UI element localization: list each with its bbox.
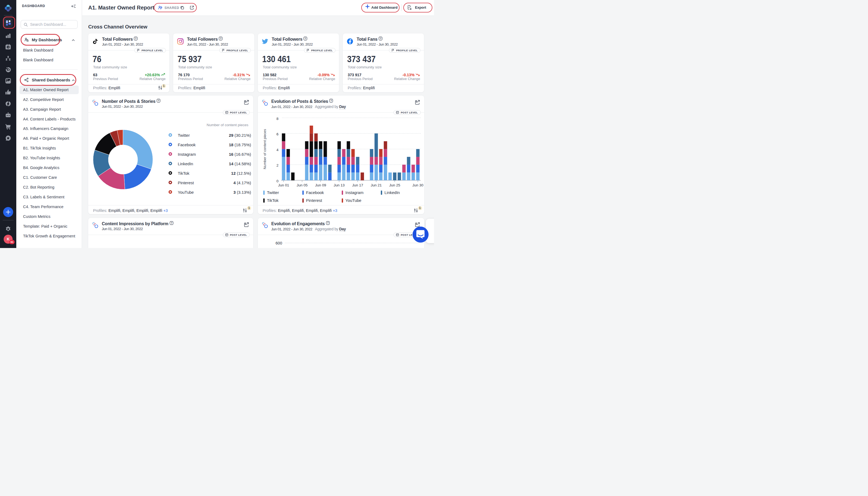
svg-text:3: 3 — [7, 46, 9, 49]
svg-text:Jun 30: Jun 30 — [412, 183, 423, 187]
svg-text:Jun 21: Jun 21 — [371, 183, 382, 187]
svg-text:?: ? — [380, 37, 381, 40]
svg-text:?: ? — [158, 99, 159, 102]
svg-text:4: 4 — [276, 148, 278, 152]
svg-text:?: ? — [220, 37, 221, 40]
svg-text:Jun 25: Jun 25 — [389, 183, 400, 187]
svg-text:6: 6 — [276, 132, 278, 136]
svg-text:?: ? — [305, 37, 306, 40]
svg-text:0: 0 — [276, 179, 278, 183]
svg-text:Jun 05: Jun 05 — [296, 183, 308, 187]
svg-text:Jun 13: Jun 13 — [334, 183, 345, 187]
svg-text:?: ? — [171, 222, 172, 224]
svg-text:Jun 17: Jun 17 — [352, 183, 363, 187]
svg-text:Jun 09: Jun 09 — [315, 183, 326, 187]
svg-text:?: ? — [135, 37, 137, 40]
svg-text:2: 2 — [276, 163, 278, 167]
svg-text:Jun 01: Jun 01 — [278, 183, 289, 187]
svg-text:8: 8 — [276, 117, 278, 121]
svg-text:?: ? — [327, 222, 328, 224]
